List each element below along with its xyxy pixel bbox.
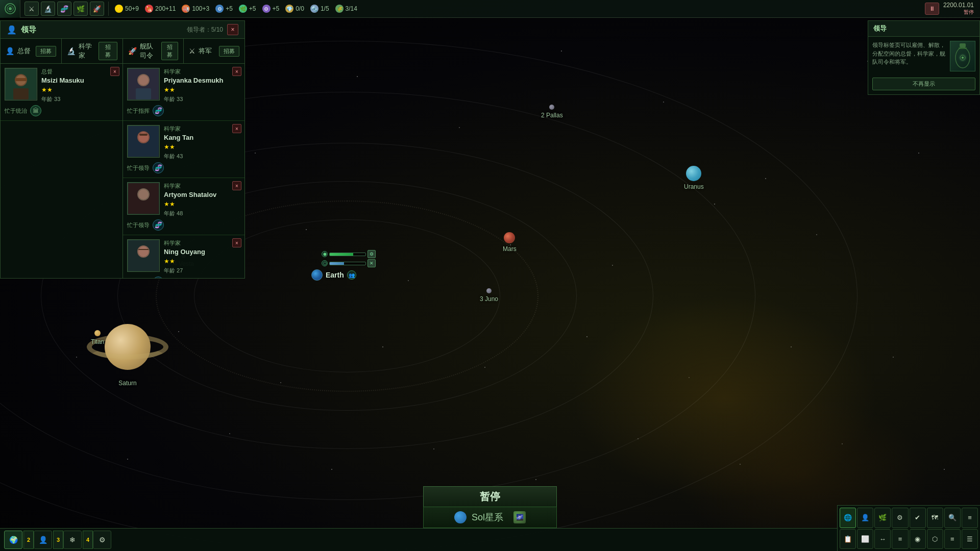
energy-icon: ⚡ [115,5,123,13]
resource-research: ⚙ +5 [215,5,233,13]
toolbar-icons: ⚔ 🔬 🧬 🌿 🚀 [20,2,109,16]
scientist-4-stars: ★★ [164,258,240,265]
br-icon-9[interactable]: 📋 [840,529,856,549]
br-icon-5[interactable]: ✔ [910,508,926,528]
br-icon-16[interactable]: ☰ [962,529,978,549]
game-logo[interactable] [0,0,20,18]
titan-body [94,330,101,336]
scientist-1-inner: 科学家 Priyanka Desmukh ★★ 年龄 33 [127,68,240,103]
br-icon-7[interactable]: 🔍 [944,508,961,528]
br-icon-3[interactable]: 🌿 [874,508,891,528]
br-icon-2[interactable]: 👤 [857,508,873,528]
toolbar-icon-1[interactable]: ⚔ [24,2,39,16]
pause-button[interactable] [925,3,939,15]
scientist-2-name: Kang Tan [164,134,240,141]
bottom-tab-2[interactable]: 👤 [34,531,52,549]
br-icon-11[interactable]: ↔ [874,529,891,549]
scientist-3-dismiss-button[interactable]: × [232,181,241,190]
titan-planet[interactable]: Titan [91,330,104,345]
scientist-3-age: 年龄 48 [164,210,240,217]
bottom-tab-4[interactable]: ⚙ [93,531,111,549]
unity-icon: 🌿 [239,5,247,13]
scientist-1-info: 科学家 Priyanka Desmukh ★★ 年龄 33 [164,68,240,103]
br-icon-1[interactable]: 🌐 [840,508,856,528]
br-icon-13[interactable]: ◉ [910,529,926,549]
saturn-planet[interactable]: Saturn [97,316,158,387]
panel-close-button[interactable]: × [227,24,238,35]
governor-card[interactable]: 总督 Msizi Masuku ★★ 年龄 33 × 忙于统治 🏛 [1,64,122,121]
admiral-tab-icon: 🚀 [128,47,137,55]
tab-scientist[interactable]: 🔬 科学家 招募 [62,39,123,63]
scientist-card-4[interactable]: 科学家 Ning Ouyang ★★ 年龄 27 × 忙于领导 🧬 [123,235,244,278]
center-pause-area: 暂停 Sol星系 🌌 [423,486,557,528]
scientist-recruit-button[interactable]: 招募 [99,42,117,60]
scientist-3-inner: 科学家 Artyom Shatalov ★★ 年龄 48 [127,182,240,217]
pause-banner: 暂停 [423,486,557,507]
scientist-2-dismiss-button[interactable]: × [232,124,241,133]
production-icon: 🏭 [182,5,190,13]
bottom-tab-4-group: 4 ⚙ [83,531,111,549]
governor-info: 总督 Msizi Masuku ★★ 年龄 33 [41,68,118,103]
governor-tab-icon: 👤 [6,47,14,55]
svg-rect-14 [136,145,151,157]
pallas-planet[interactable]: 2 Pallas [541,105,563,119]
info-panel-icon [950,41,975,71]
toolbar-icon-3[interactable]: 🧬 [57,2,71,16]
tab-governor[interactable]: 👤 总督 招募 [1,39,62,63]
svg-point-24 [138,246,149,257]
scientist-2-stars: ★★ [164,143,240,151]
panel-title: 领导 [21,25,36,35]
mars-planet[interactable]: Mars [503,232,517,253]
earth-area[interactable]: ⬟ ⚙ ⬡ ✕ Earth 👥 [311,250,376,281]
admiral-recruit-button[interactable]: 招募 [161,42,178,60]
sol-banner: Sol星系 🌌 [423,507,557,528]
pallas-label: 2 Pallas [541,112,563,119]
scientist-2-info: 科学家 Kang Tan ★★ 年龄 43 [164,125,240,160]
bottom-tab-3[interactable]: ❄ [63,531,82,549]
br-icon-8[interactable]: ≡ [962,508,978,528]
scientist-4-portrait [127,239,160,272]
info-dismiss-button[interactable]: 不再显示 [872,78,975,90]
scientist-1-status: 忙于指挥 🧬 [127,105,240,116]
br-icon-10[interactable]: ⬜ [857,529,873,549]
mars-body [504,232,515,243]
resource-energy: ⚡ 50+9 [115,5,139,13]
scientist-card-2[interactable]: 科学家 Kang Tan ★★ 年龄 43 × 忙于领导 🧬 [123,121,244,178]
scientist-4-role: 科学家 [164,239,240,247]
br-icon-6[interactable]: 🗺 [927,508,943,528]
resource-food: 🍖 200+11 [145,5,176,13]
toolbar-icon-2[interactable]: 🔬 [41,2,55,16]
scientist-4-dismiss-button[interactable]: × [232,238,241,247]
governor-stars: ★★ [41,86,118,93]
svg-rect-5 [13,88,29,99]
titan-label: Titan [91,338,104,345]
br-icon-4[interactable]: ⚙ [892,508,908,528]
general-recruit-button[interactable]: 招募 [219,46,239,57]
tab-general[interactable]: ⚔ 将军 招募 [184,39,244,63]
scientist-2-status-icon: 🧬 [153,162,164,173]
uranus-planet[interactable]: Uranus [684,166,704,190]
toolbar-icon-5[interactable]: 🚀 [90,2,104,16]
scientist-1-role: 科学家 [164,68,240,76]
panel-header-icon: 👤 [7,25,17,35]
scientist-card-3[interactable]: 科学家 Artyom Shatalov ★★ 年龄 48 × 忙于领导 🧬 [123,178,244,235]
scientist-2-role: 科学家 [164,125,240,133]
br-icon-14[interactable]: ⬡ [927,529,943,549]
bottom-tab-1[interactable]: 🌍 [4,531,22,549]
scientist-card-1[interactable]: 科学家 Priyanka Desmukh ★★ 年龄 33 × 忙于指挥 🧬 [123,64,244,121]
scientist-2-portrait [127,125,160,158]
scientist-1-dismiss-button[interactable]: × [232,67,241,76]
scientist-1-name: Priyanka Desmukh [164,77,240,84]
governor-recruit-button[interactable]: 招募 [36,46,56,57]
tab-admiral[interactable]: 🚀 舰队司令 招募 [123,39,184,63]
admiral-tab-label: 舰队司令 [140,42,158,60]
br-icon-12[interactable]: ≡ [892,529,908,549]
mars-label: Mars [503,245,517,253]
svg-point-20 [138,189,149,199]
br-icon-15[interactable]: ≡ [944,529,961,549]
toolbar-icon-4[interactable]: 🌿 [74,2,88,16]
scientist-3-portrait [127,182,160,215]
governor-dismiss-button[interactable]: × [110,67,119,76]
influence-icon: ⚙ [262,5,271,13]
juno-planet[interactable]: 3 Juno [480,288,498,303]
